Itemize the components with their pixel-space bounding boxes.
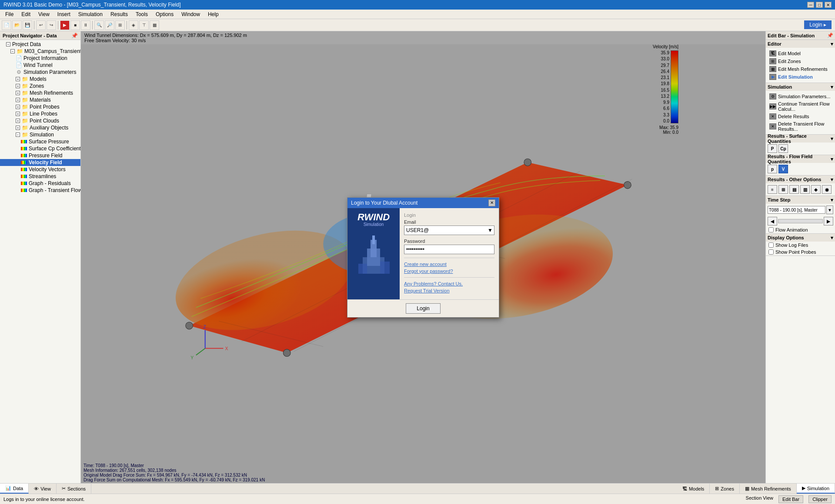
nav-models[interactable]: + 📁 Models — [0, 76, 80, 83]
password-input[interactable] — [404, 245, 494, 254]
email-dropdown-icon[interactable]: ▼ — [488, 227, 493, 233]
menu-window[interactable]: Window — [178, 10, 204, 18]
nav-line-probes[interactable]: + 📁 Line Probes — [0, 110, 80, 117]
tb-undo[interactable]: ↩ — [36, 20, 46, 30]
aux-toggle[interactable]: + — [16, 126, 20, 130]
nav-project-info[interactable]: 📄 Project Information — [0, 55, 80, 62]
login-button[interactable]: Login ▸ — [804, 20, 832, 29]
cp-btn[interactable]: Cp — [778, 144, 788, 153]
timestep-slider[interactable] — [778, 219, 823, 223]
timestep-input[interactable] — [768, 206, 825, 214]
point-clouds-toggle[interactable]: + — [16, 119, 20, 123]
nav-wind-tunnel[interactable]: 📄 Wind Tunnel — [0, 62, 80, 69]
nav-pressure-field[interactable]: Pressure Field — [0, 152, 80, 159]
titlebar-controls[interactable]: ─ □ ✕ — [807, 2, 832, 8]
other-btn-5[interactable]: ◈ — [811, 185, 821, 194]
menu-help[interactable]: Help — [204, 10, 222, 18]
velocity-v-btn[interactable]: V — [778, 165, 788, 173]
delete-results-btn[interactable]: ✕ Delete Results — [768, 113, 833, 120]
other-btn-1[interactable]: ≡ — [768, 185, 777, 194]
navigator-pin[interactable]: 📌 — [71, 33, 78, 39]
surface-quantities-header[interactable]: Results - Surface Quantities ▾ — [766, 135, 835, 143]
nav-streamlines[interactable]: Streamlines — [0, 173, 80, 180]
root-toggle[interactable]: − — [6, 42, 10, 46]
simulation-section-header[interactable]: Simulation ▾ — [766, 83, 835, 91]
models-toggle[interactable]: + — [16, 77, 20, 81]
timestep-header[interactable]: Time Step ▾ — [766, 196, 835, 204]
tab-data[interactable]: 📊 Data — [0, 484, 29, 494]
tb-zoom-out[interactable]: 🔎 — [105, 20, 114, 30]
timestep-prev-btn[interactable]: ◀ — [768, 217, 777, 225]
tb-new[interactable]: 📄 — [2, 20, 11, 30]
nav-aux-objects[interactable]: + 📁 Auxiliary Objects — [0, 124, 80, 131]
tb-fit[interactable]: ⊞ — [115, 20, 125, 30]
dialog-close-button[interactable]: ✕ — [488, 199, 495, 206]
nav-surface-cp[interactable]: Surface Cp Coefficient — [0, 145, 80, 152]
other-btn-4[interactable]: ▥ — [800, 185, 810, 194]
nav-sim-params[interactable]: ⚙ Simulation Parameters — [0, 69, 80, 76]
menu-insert[interactable]: Insert — [54, 10, 74, 18]
edit-bar-button[interactable]: Edit Bar — [778, 495, 803, 503]
minimize-button[interactable]: ─ — [807, 2, 814, 8]
flow-animation-checkbox[interactable] — [768, 227, 774, 232]
tab-models[interactable]: 🏗 Models — [677, 484, 710, 494]
tab-mesh-refinements[interactable]: ▦ Mesh Refinements — [740, 484, 797, 494]
nav-velocity-field[interactable]: Velocity Field — [0, 159, 80, 166]
email-input[interactable] — [404, 225, 494, 235]
clipper-button[interactable]: Clipper — [808, 495, 832, 503]
other-options-header[interactable]: Results - Other Options ▾ — [766, 176, 835, 183]
other-btn-3[interactable]: ▤ — [789, 185, 799, 194]
tb-view-iso[interactable]: ◈ — [129, 20, 138, 30]
menu-edit[interactable]: Edit — [18, 10, 34, 18]
nav-mesh-ref[interactable]: + 📁 Mesh Refinements — [0, 90, 80, 96]
menu-file[interactable]: File — [2, 10, 17, 18]
tab-simulation[interactable]: ▶ Simulation — [797, 484, 835, 494]
menu-simulation[interactable]: Simulation — [75, 10, 106, 18]
menu-tools[interactable]: Tools — [132, 10, 151, 18]
tab-view[interactable]: 👁 View — [29, 484, 57, 494]
tb-run[interactable]: ▶ — [60, 20, 70, 30]
trial-link[interactable]: Request Trial Version — [404, 288, 494, 293]
timestep-dropdown[interactable]: ▼ — [826, 206, 833, 214]
edit-mesh-btn[interactable]: ▦ Edit Mesh Refinements — [768, 65, 833, 73]
sim-toggle[interactable]: − — [16, 133, 20, 137]
display-options-header[interactable]: Display Options ▾ — [766, 234, 835, 242]
tb-open[interactable]: 📂 — [12, 20, 22, 30]
tab-sections[interactable]: ✂ Sections — [57, 484, 91, 494]
timestep-next-btn[interactable]: ▶ — [824, 217, 833, 225]
menu-results[interactable]: Results — [107, 10, 131, 18]
create-account-link[interactable]: Create new account — [404, 262, 494, 267]
contact-link[interactable]: Any Problems? Contact Us. — [404, 281, 494, 286]
zones-toggle[interactable]: + — [16, 84, 20, 88]
tb-view-front[interactable]: ▦ — [150, 20, 159, 30]
project-toggle[interactable]: − — [10, 49, 15, 53]
show-log-files-checkbox[interactable] — [768, 242, 774, 248]
tab-zones[interactable]: ⊞ Zones — [710, 484, 740, 494]
dialog-login-button[interactable]: Login — [406, 303, 441, 314]
nav-root[interactable]: − Project Data — [0, 41, 80, 48]
mesh-toggle[interactable]: + — [16, 91, 20, 95]
nav-graph-transient[interactable]: Graph - Transient Flow — [0, 187, 80, 194]
tb-redo[interactable]: ↪ — [47, 20, 56, 30]
edit-zones-btn[interactable]: ⊞ Edit Zones — [768, 57, 833, 65]
tb-stop[interactable]: ■ — [70, 20, 80, 30]
nav-surface-pressure[interactable]: Surface Pressure — [0, 138, 80, 145]
line-probes-toggle[interactable]: + — [16, 112, 20, 116]
nav-materials[interactable]: + 📁 Materials — [0, 96, 80, 103]
maximize-button[interactable]: □ — [816, 2, 823, 8]
point-probes-toggle[interactable]: + — [16, 105, 20, 109]
close-button[interactable]: ✕ — [825, 2, 832, 8]
show-point-probes-checkbox[interactable] — [768, 249, 774, 255]
forgot-password-link[interactable]: Forgot your password? — [404, 269, 494, 274]
simulation-viewport[interactable]: Wind Tunnel Dimensions: Dx = 575.609 m, … — [81, 31, 765, 483]
edit-model-btn[interactable]: 🏗 Edit Model — [768, 50, 833, 57]
nav-zones[interactable]: + 📁 Zones — [0, 83, 80, 90]
materials-toggle[interactable]: + — [16, 98, 20, 102]
nav-simulation[interactable]: − 📁 Simulation — [0, 131, 80, 138]
nav-project[interactable]: − 📁 M03_Campus_Transient — [0, 48, 80, 55]
menu-view[interactable]: View — [35, 10, 53, 18]
edit-simulation-btn[interactable]: ▶ Edit Simulation — [768, 73, 833, 81]
delete-transient-btn[interactable]: ✕ Delete Transient Flow Results... — [768, 120, 833, 133]
other-btn-6[interactable]: ◉ — [822, 185, 832, 194]
pressure-btn[interactable]: P — [768, 144, 777, 153]
